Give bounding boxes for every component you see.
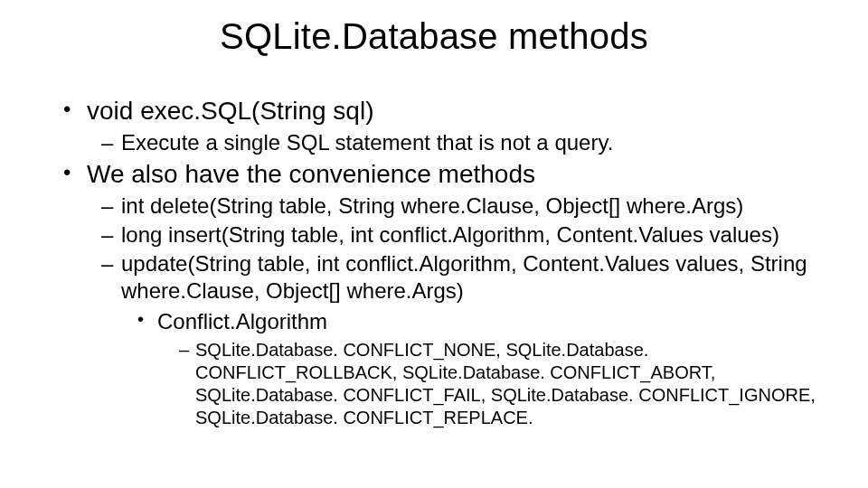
bullet-text: Conflict.Algorithm bbox=[157, 309, 327, 333]
bullet-item: Conflict.Algorithm SQLite.Database. CONF… bbox=[137, 308, 823, 429]
bullet-text: SQLite.Database. CONFLICT_NONE, SQLite.D… bbox=[195, 340, 816, 427]
bullet-item: SQLite.Database. CONFLICT_NONE, SQLite.D… bbox=[179, 339, 823, 429]
bullet-item: int delete(String table, String where.Cl… bbox=[101, 192, 823, 220]
bullet-item: We also have the convenience methods int… bbox=[63, 160, 823, 429]
bullet-item: long insert(String table, int conflict.A… bbox=[101, 221, 823, 249]
slide-title: SQLite.Database methods bbox=[45, 16, 823, 57]
bullet-text: int delete(String table, String where.Cl… bbox=[121, 193, 743, 218]
bullet-text: Execute a single SQL statement that is n… bbox=[121, 130, 613, 155]
bullet-item: Execute a single SQL statement that is n… bbox=[101, 129, 823, 156]
bullet-text: void exec.SQL(String sql) bbox=[87, 97, 373, 125]
bullet-list-level3: Conflict.Algorithm SQLite.Database. CONF… bbox=[121, 308, 823, 429]
bullet-list-level4: SQLite.Database. CONFLICT_NONE, SQLite.D… bbox=[157, 339, 823, 429]
bullet-text: We also have the convenience methods bbox=[87, 160, 535, 188]
bullet-list-level2: int delete(String table, String where.Cl… bbox=[87, 192, 823, 429]
bullet-text: long insert(String table, int conflict.A… bbox=[121, 222, 779, 247]
bullet-list-level1: void exec.SQL(String sql) Execute a sing… bbox=[45, 97, 823, 429]
bullet-list-level2: Execute a single SQL statement that is n… bbox=[87, 129, 823, 156]
bullet-text: update(String table, int conflict.Algori… bbox=[121, 251, 807, 303]
bullet-item: update(String table, int conflict.Algori… bbox=[101, 250, 823, 429]
bullet-item: void exec.SQL(String sql) Execute a sing… bbox=[63, 97, 823, 156]
